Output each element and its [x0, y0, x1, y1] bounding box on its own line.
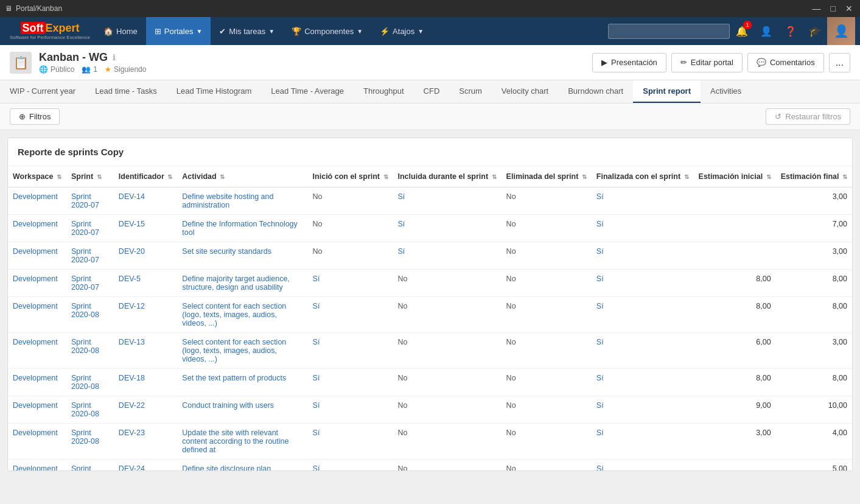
- cell-inicio: Sí: [308, 424, 393, 460]
- tab-leadtime-tasks[interactable]: Lead time - Tasks: [85, 80, 167, 103]
- cell-workspace[interactable]: Development: [8, 424, 66, 460]
- tab-wip[interactable]: WIP - Current year: [0, 80, 85, 103]
- table-header: Workspace ⇅Sprint ⇅Identificador ⇅Activi…: [8, 166, 852, 187]
- cell-workspace[interactable]: Development: [8, 297, 66, 333]
- cell-incluida: Sí: [393, 242, 502, 270]
- cell-sprint[interactable]: Sprint 2020-08: [66, 333, 114, 369]
- cell-workspace[interactable]: Development: [8, 187, 66, 215]
- minimize-button[interactable]: —: [810, 4, 823, 13]
- tab-scrum[interactable]: Scrum: [449, 80, 492, 103]
- cell-identificador[interactable]: DEV-5: [114, 270, 177, 297]
- tab-activities[interactable]: Activities: [701, 80, 751, 103]
- cell-identificador[interactable]: DEV-12: [114, 297, 177, 333]
- info-icon[interactable]: ℹ: [113, 53, 116, 62]
- cell-actividad[interactable]: Define majority target audience, structu…: [177, 270, 307, 297]
- col-header-actividad[interactable]: Actividad ⇅: [177, 166, 307, 187]
- cell-identificador[interactable]: DEV-15: [114, 215, 177, 242]
- col-header-sprint[interactable]: Sprint ⇅: [66, 166, 114, 187]
- close-button[interactable]: ✕: [843, 4, 855, 13]
- cell-actividad[interactable]: Conduct training with users: [177, 396, 307, 424]
- avatar: 👤: [827, 17, 855, 45]
- sort-icon: ⇅: [383, 173, 388, 180]
- col-header-identificador[interactable]: Identificador ⇅: [114, 166, 177, 187]
- cell-sprint[interactable]: Sprint 2020-08: [66, 297, 114, 333]
- cell-inicio: Sí: [308, 297, 393, 333]
- sort-icon: ⇅: [220, 173, 225, 180]
- cell-actividad[interactable]: Set site security standards: [177, 242, 307, 270]
- nav-home[interactable]: 🏠 Home: [95, 17, 146, 45]
- sprint-report-table: Workspace ⇅Sprint ⇅Identificador ⇅Activi…: [8, 166, 852, 471]
- cell-identificador[interactable]: DEV-20: [114, 242, 177, 270]
- cell-finalizada: Sí: [592, 396, 694, 424]
- cell-estFinal: 4,00: [776, 424, 852, 460]
- cell-workspace[interactable]: Development: [8, 242, 66, 270]
- tab-throughput[interactable]: Throughput: [354, 80, 414, 103]
- col-header-est-inicial[interactable]: Estimación inicial ⇅: [694, 166, 776, 187]
- cell-estInicial: 8,00: [694, 369, 776, 396]
- star-icon: ★: [105, 65, 111, 74]
- tab-leadtime-histogram[interactable]: Lead Time Histogram: [167, 80, 262, 103]
- cell-identificador[interactable]: DEV-23: [114, 424, 177, 460]
- tab-velocity[interactable]: Velocity chart: [492, 80, 558, 103]
- tab-sprint[interactable]: Sprint report: [633, 80, 701, 103]
- restore-filters-button[interactable]: ↺ Restaurar filtros: [766, 108, 850, 125]
- presentation-button[interactable]: ▶ Presentación: [592, 53, 666, 72]
- cell-identificador[interactable]: DEV-14: [114, 187, 177, 215]
- cell-sprint[interactable]: Sprint 2020-07: [66, 215, 114, 242]
- cell-actividad[interactable]: Update the site with relevant content ac…: [177, 424, 307, 460]
- tab-burndown[interactable]: Burndown chart: [558, 80, 633, 103]
- cell-sprint[interactable]: Sprint 2020-07: [66, 270, 114, 297]
- help-button[interactable]: ❓: [778, 17, 803, 45]
- user-icon-button[interactable]: 👤: [754, 17, 778, 45]
- tab-cfd[interactable]: CFD: [414, 80, 450, 103]
- cell-workspace[interactable]: Development: [8, 333, 66, 369]
- cell-incluida: No: [393, 424, 502, 460]
- cell-workspace[interactable]: Development: [8, 460, 66, 472]
- table-row: DevelopmentSprint 2020-08DEV-18Set the t…: [8, 369, 852, 396]
- cell-identificador[interactable]: DEV-24: [114, 460, 177, 472]
- cell-sprint[interactable]: Sprint 2020-07: [66, 187, 114, 215]
- cell-identificador[interactable]: DEV-18: [114, 369, 177, 396]
- cell-workspace[interactable]: Development: [8, 369, 66, 396]
- cell-sprint[interactable]: Sprint 2020-07: [66, 242, 114, 270]
- graduation-button[interactable]: 🎓: [803, 17, 827, 45]
- tab-leadtime-average[interactable]: Lead Time - Average: [261, 80, 354, 103]
- nav-portales[interactable]: ⊞ Portales ▼: [146, 17, 211, 45]
- more-options-button[interactable]: ...: [829, 53, 850, 72]
- nav-componentes[interactable]: 🏆 Componentes ▼: [283, 17, 371, 45]
- cell-sprint[interactable]: Sprint 2020-08: [66, 424, 114, 460]
- cell-sprint[interactable]: Sprint 2020-08: [66, 369, 114, 396]
- cell-actividad[interactable]: Define website hosting and administratio…: [177, 187, 307, 215]
- filter-button[interactable]: ⊕ Filtros: [10, 108, 60, 125]
- comments-button[interactable]: 💬 Comentarios: [747, 53, 824, 72]
- col-header-finalizada[interactable]: Finalizada con el sprint ⇅: [592, 166, 694, 187]
- search-input[interactable]: [608, 24, 730, 39]
- cell-sprint[interactable]: Sprint 2020-08: [66, 396, 114, 424]
- cell-estInicial: 8,00: [694, 297, 776, 333]
- cell-workspace[interactable]: Development: [8, 270, 66, 297]
- cell-actividad[interactable]: Select content for each section (logo, t…: [177, 297, 307, 333]
- cell-actividad[interactable]: Set the text pattern of products: [177, 369, 307, 396]
- cell-finalizada: Sí: [592, 242, 694, 270]
- cell-actividad[interactable]: Define site disclosure plan: [177, 460, 307, 472]
- nav-atajos[interactable]: ⚡ Atajos ▼: [371, 17, 432, 45]
- cell-inicio: Sí: [308, 270, 393, 297]
- col-header-est-final[interactable]: Estimación final ⇅: [776, 166, 852, 187]
- cell-actividad[interactable]: Select content for each section (logo, t…: [177, 333, 307, 369]
- col-header-inicio[interactable]: Inició con el sprint ⇅: [308, 166, 393, 187]
- cell-sprint[interactable]: Sprint: [66, 460, 114, 472]
- col-header-workspace[interactable]: Workspace ⇅: [8, 166, 66, 187]
- maximize-button[interactable]: □: [828, 4, 838, 13]
- cell-workspace[interactable]: Development: [8, 396, 66, 424]
- nav-mistareas[interactable]: ✔ Mis tareas ▼: [211, 17, 283, 45]
- col-header-incluida[interactable]: Incluida durante el sprint ⇅: [393, 166, 502, 187]
- cell-estInicial: [694, 242, 776, 270]
- cell-actividad[interactable]: Define the Information Technology tool: [177, 215, 307, 242]
- col-header-eliminada[interactable]: Eliminada del sprint ⇅: [502, 166, 592, 187]
- edit-portal-button[interactable]: ✏ Editar portal: [671, 53, 743, 72]
- table-row: DevelopmentSprint 2020-08DEV-22Conduct t…: [8, 396, 852, 424]
- cell-workspace[interactable]: Development: [8, 215, 66, 242]
- cell-identificador[interactable]: DEV-22: [114, 396, 177, 424]
- notification-bell-button[interactable]: 🔔 1: [730, 17, 754, 45]
- cell-identificador[interactable]: DEV-13: [114, 333, 177, 369]
